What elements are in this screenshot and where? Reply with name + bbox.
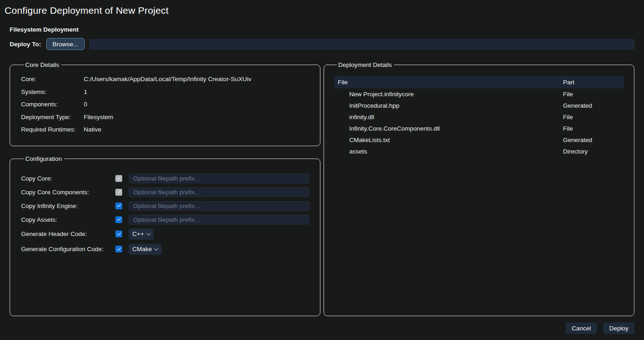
configuration-row: Generate Configuration Code:CMake xyxy=(21,241,320,257)
deploy-button[interactable]: Deploy xyxy=(603,323,634,334)
core-detail-row: Required Runtimes:Native xyxy=(21,123,309,136)
filesystem-deployment-heading: Filesystem Deployment xyxy=(10,26,634,33)
core-detail-value: C:/Users/kamak/AppData/Local/Temp/Infini… xyxy=(84,76,251,82)
table-row[interactable]: infinity.dllFile xyxy=(334,111,624,123)
configuration-row-label: Copy Infinity Engine: xyxy=(21,203,115,209)
core-detail-value: 1 xyxy=(84,88,87,95)
configuration-row: Generate Header Code:C++ xyxy=(21,226,320,241)
filepath-prefix-input[interactable] xyxy=(129,174,309,183)
file-cell: Infinity.Core.CoreComponents.dll xyxy=(334,125,563,132)
filepath-prefix-input[interactable] xyxy=(129,187,309,197)
part-cell: File xyxy=(563,91,624,98)
cancel-button[interactable]: Cancel xyxy=(566,323,597,334)
configuration-row: Copy Core: xyxy=(21,171,320,185)
core-details-group: Core Details Core:C:/Users/kamak/AppData… xyxy=(10,61,320,146)
config-checkbox xyxy=(115,189,122,196)
checkmark-icon xyxy=(117,231,120,235)
file-column-header: File xyxy=(334,79,563,86)
core-detail-value: 0 xyxy=(84,101,87,108)
configuration-row-label: Generate Configuration Code: xyxy=(21,246,115,252)
core-details-rows: Core:C:/Users/kamak/AppData/Local/Temp/I… xyxy=(21,73,309,136)
filepath-prefix-input[interactable] xyxy=(129,215,309,225)
file-cell: CMakeLists.txt xyxy=(334,137,563,143)
file-cell: New Project.infinitycore xyxy=(334,91,563,98)
config-checkbox xyxy=(115,175,122,182)
table-row[interactable]: New Project.infinitycoreFile xyxy=(334,88,624,100)
core-detail-label: Deployment Type: xyxy=(21,114,84,121)
deploy-to-label: Deploy To: xyxy=(10,41,41,48)
table-header-row: File Part xyxy=(334,76,624,88)
core-detail-value: Filesystem xyxy=(84,114,114,121)
browse-button[interactable]: Browse... xyxy=(46,38,85,50)
deployment-details-legend: Deployment Details xyxy=(337,61,394,68)
core-details-legend: Core Details xyxy=(24,61,61,68)
table-row[interactable]: Infinity.Core.CoreComponents.dllFile xyxy=(334,123,624,134)
table-row[interactable]: assetsDirectory xyxy=(334,146,624,157)
code-language-select[interactable]: CMake xyxy=(129,244,162,255)
deploy-to-row: Deploy To: Browse... xyxy=(10,38,634,50)
core-detail-row: Systems:1 xyxy=(21,86,309,99)
file-cell: InitProcedural.hpp xyxy=(334,102,563,109)
configuration-row-label: Copy Assets: xyxy=(21,216,115,223)
code-language-select[interactable]: C++ xyxy=(129,229,154,240)
core-detail-value: Native xyxy=(84,126,101,133)
part-cell: Generated xyxy=(563,137,624,143)
table-row[interactable]: CMakeLists.txtGenerated xyxy=(334,134,624,146)
dialog-content: Filesystem Deployment Deploy To: Browse.… xyxy=(0,26,644,334)
core-detail-label: Components: xyxy=(21,101,84,108)
select-value: C++ xyxy=(132,230,144,237)
part-column-header: Part xyxy=(563,79,624,86)
core-detail-label: Core: xyxy=(21,76,84,82)
core-detail-row: Deployment Type:Filesystem xyxy=(21,111,309,124)
core-detail-row: Core:C:/Users/kamak/AppData/Local/Temp/I… xyxy=(21,73,309,86)
chevron-down-icon xyxy=(146,231,151,236)
configuration-row: Copy Core Components: xyxy=(21,185,320,199)
core-detail-label: Required Runtimes: xyxy=(21,126,84,133)
configuration-row-label: Copy Core Components: xyxy=(21,189,115,196)
configuration-group: Configuration Copy Core:Copy Core Compon… xyxy=(10,155,320,316)
core-detail-row: Components:0 xyxy=(21,98,309,111)
configuration-row-label: Copy Core: xyxy=(21,175,115,182)
checkmark-icon xyxy=(117,189,120,193)
filepath-prefix-input[interactable] xyxy=(129,201,309,211)
chevron-down-icon xyxy=(154,246,158,251)
table-body: New Project.infinitycoreFileInitProcedur… xyxy=(334,88,624,157)
select-value: CMake xyxy=(132,246,152,252)
file-cell: infinity.dll xyxy=(334,114,563,121)
config-checkbox[interactable] xyxy=(115,216,122,223)
part-cell: Directory xyxy=(563,148,624,155)
file-cell: assets xyxy=(334,148,563,155)
left-column: Core Details Core:C:/Users/kamak/AppData… xyxy=(10,61,320,316)
configuration-row-label: Generate Header Code: xyxy=(21,230,115,237)
deployment-files-table: File Part New Project.infinitycoreFileIn… xyxy=(334,76,624,157)
configuration-rows: Copy Core:Copy Core Components:Copy Infi… xyxy=(21,171,320,257)
config-checkbox[interactable] xyxy=(115,230,122,237)
checkmark-icon xyxy=(117,247,120,250)
config-checkbox[interactable] xyxy=(115,203,122,209)
configuration-row: Copy Assets: xyxy=(21,213,320,226)
core-detail-label: Systems: xyxy=(21,88,84,95)
checkmark-icon xyxy=(117,175,120,179)
checkmark-icon xyxy=(117,203,120,207)
page-title: Configure Deployment of New Project xyxy=(0,0,644,16)
config-checkbox[interactable] xyxy=(115,246,122,252)
configuration-row: Copy Infinity Engine: xyxy=(21,199,320,213)
part-cell: File xyxy=(563,125,624,132)
checkmark-icon xyxy=(117,217,120,220)
configuration-legend: Configuration xyxy=(24,155,64,162)
part-cell: File xyxy=(563,114,624,121)
main-area: Core Details Core:C:/Users/kamak/AppData… xyxy=(10,61,634,316)
table-row[interactable]: InitProcedural.hppGenerated xyxy=(334,100,624,111)
dialog-footer: Cancel Deploy xyxy=(10,323,634,334)
deployment-details-group: Deployment Details File Part New Project… xyxy=(324,61,634,316)
deploy-path-input[interactable] xyxy=(89,39,634,49)
part-cell: Generated xyxy=(563,102,624,109)
